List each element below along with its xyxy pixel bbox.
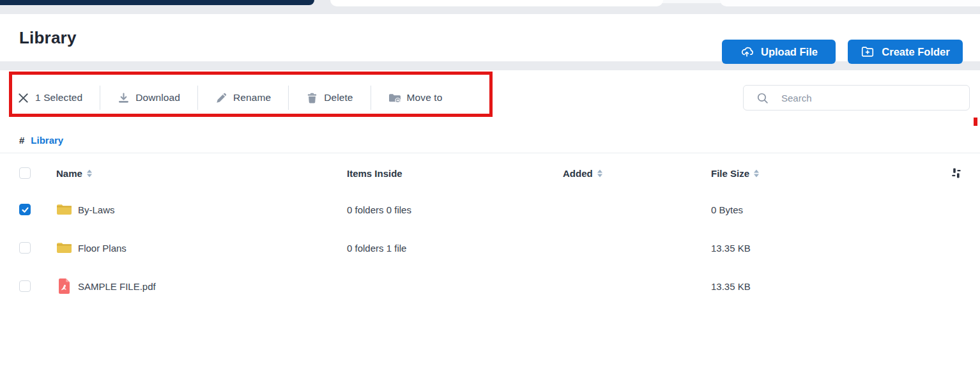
column-label: File Size xyxy=(711,168,749,179)
library-page: Library Upload File Create Folder xyxy=(0,0,980,389)
file-size-value: 13.35 KB xyxy=(711,281,751,292)
column-label: Added xyxy=(563,168,593,179)
breadcrumb: # Library xyxy=(19,132,63,148)
folder-plus-icon xyxy=(861,45,875,59)
pdf-file-icon xyxy=(57,278,71,294)
column-header-items-inside: Items Inside xyxy=(347,168,402,179)
folder-icon xyxy=(56,241,72,254)
sort-icon xyxy=(87,169,92,177)
download-icon xyxy=(118,92,130,104)
toolbar-divider xyxy=(288,86,289,110)
selected-count-label: 1 Selected xyxy=(35,92,82,103)
close-icon xyxy=(17,92,29,104)
download-label: Download xyxy=(135,92,180,103)
trash-icon xyxy=(306,92,318,104)
upload-file-button[interactable]: Upload File xyxy=(722,40,836,64)
item-name: SAMPLE FILE.pdf xyxy=(78,281,156,292)
table-row[interactable]: Floor Plans 0 folders 1 file 13.35 KB xyxy=(0,233,980,263)
item-name: By-Laws xyxy=(78,204,115,215)
items-inside-value: 0 folders 0 files xyxy=(347,204,411,215)
library-panel xyxy=(0,70,980,389)
search-icon xyxy=(756,92,769,104)
rename-button[interactable]: Rename xyxy=(215,92,271,104)
table-row[interactable]: SAMPLE FILE.pdf 13.35 KB xyxy=(0,271,980,301)
cloud-upload-icon xyxy=(740,45,754,59)
move-to-button[interactable]: Move to xyxy=(388,92,443,104)
breadcrumb-divider xyxy=(0,153,980,153)
search-input[interactable] xyxy=(781,93,941,103)
file-size-value: 13.35 KB xyxy=(711,243,751,254)
row-checkbox[interactable] xyxy=(19,242,31,254)
selection-toolbar: 1 Selected Download Rename xyxy=(0,84,442,112)
breadcrumb-hash: # xyxy=(19,135,24,146)
column-header-added[interactable]: Added xyxy=(563,168,602,179)
column-settings-icon[interactable] xyxy=(951,167,962,179)
search-box xyxy=(743,85,970,111)
breadcrumb-library-link[interactable]: Library xyxy=(31,135,63,146)
column-label: Items Inside xyxy=(347,168,402,179)
table-header: Name Items Inside Added File Size xyxy=(0,161,980,185)
download-button[interactable]: Download xyxy=(118,92,180,104)
upload-file-label: Upload File xyxy=(761,46,818,58)
row-checkbox[interactable] xyxy=(19,204,31,215)
toolbar-divider xyxy=(197,86,198,110)
toolbar-divider xyxy=(100,86,100,110)
create-folder-button[interactable]: Create Folder xyxy=(848,40,963,64)
delete-label: Delete xyxy=(324,92,353,103)
select-all-checkbox[interactable] xyxy=(19,167,31,179)
column-label: Name xyxy=(56,168,82,179)
clear-selection-button[interactable]: 1 Selected xyxy=(17,92,82,104)
page-header: Library Upload File Create Folder xyxy=(0,14,980,61)
red-highlight-fragment xyxy=(974,118,977,126)
page-title: Library xyxy=(19,28,77,48)
column-header-file-size[interactable]: File Size xyxy=(711,168,759,179)
pencil-icon xyxy=(215,92,227,104)
rename-label: Rename xyxy=(233,92,271,103)
top-navy-strip xyxy=(0,0,314,5)
toolbar-divider xyxy=(371,86,371,110)
file-size-value: 0 Bytes xyxy=(711,204,743,215)
sort-icon xyxy=(754,169,759,177)
column-header-name[interactable]: Name xyxy=(56,168,92,179)
item-name: Floor Plans xyxy=(78,243,126,254)
folder-icon xyxy=(56,203,72,216)
top-right-strip xyxy=(720,0,980,6)
folder-move-icon xyxy=(388,92,401,104)
move-to-label: Move to xyxy=(407,92,443,103)
items-inside-value: 0 folders 1 file xyxy=(347,243,406,254)
row-checkbox[interactable] xyxy=(19,280,31,292)
sort-icon xyxy=(597,169,602,177)
create-folder-label: Create Folder xyxy=(882,46,949,58)
top-tab-strip xyxy=(330,0,663,6)
table-row[interactable]: By-Laws 0 folders 0 files 0 Bytes xyxy=(0,195,980,224)
delete-button[interactable]: Delete xyxy=(306,92,353,104)
